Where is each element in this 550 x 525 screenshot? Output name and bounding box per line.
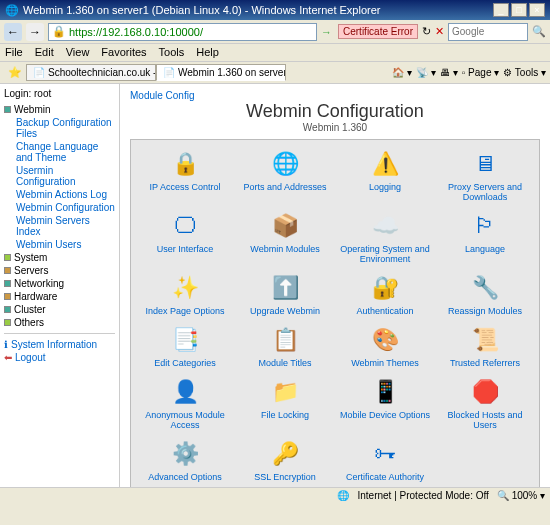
tools-menu[interactable]: ⚙ Tools ▾ (503, 67, 546, 78)
config-item-themes[interactable]: 🎨Webmin Themes (337, 322, 433, 370)
wand-icon: ✨ (169, 272, 201, 304)
cats-icon: 📑 (169, 324, 201, 356)
config-item-globe[interactable]: 🌐Ports and Addresses (237, 146, 333, 204)
wrench-icon: 🔧 (469, 272, 501, 304)
titles-icon: 📋 (269, 324, 301, 356)
config-item-mobile[interactable]: 📱Mobile Device Options (337, 374, 433, 432)
config-item-upgrade[interactable]: ⬆️Upgrade Webmin (237, 270, 333, 318)
config-item-anon[interactable]: 👤Anonymous Module Access (137, 374, 233, 432)
sidebar: Login: root WebminBackup Configuration F… (0, 84, 120, 487)
config-item-warn[interactable]: ⚠️Logging (337, 146, 433, 204)
sidebar-category-system[interactable]: System (4, 251, 115, 264)
config-item-ssl[interactable]: 🔑SSL Encryption (237, 436, 333, 484)
search-button[interactable]: 🔍 (532, 25, 546, 38)
statusbar: 🌐 Internet | Protected Mode: Off 🔍 100% … (0, 487, 550, 503)
feeds-button[interactable]: 📡 ▾ (416, 67, 436, 78)
sidebar-category-hardware[interactable]: Hardware (4, 290, 115, 303)
proxy-icon: 🖥 (469, 148, 501, 180)
config-item-module[interactable]: 📦Webmin Modules (237, 208, 333, 266)
sidebar-item[interactable]: Webmin Actions Log (4, 188, 115, 201)
menu-file[interactable]: File (5, 46, 23, 59)
nav-toolbar: ← → 🔒 https://192.168.0.10:10000/ → Cert… (0, 20, 550, 44)
system-information-link[interactable]: ℹSystem Information (4, 338, 115, 351)
config-item-os[interactable]: ☁️Operating System and Environment (337, 208, 433, 266)
screen-icon: 🖵 (169, 210, 201, 242)
upgrade-icon: ⬆️ (269, 272, 301, 304)
sidebar-category-others[interactable]: Others (4, 316, 115, 329)
warn-icon: ⚠️ (369, 148, 401, 180)
minimize-button[interactable]: _ (493, 3, 509, 17)
category-box-icon (4, 319, 11, 326)
sidebar-category-webmin[interactable]: Webmin (4, 103, 115, 116)
home-button[interactable]: 🏠 ▾ (392, 67, 412, 78)
sidebar-item[interactable]: Usermin Configuration (4, 164, 115, 188)
config-item-lock[interactable]: 🔒IP Access Control (137, 146, 233, 204)
logout-icon: ⬅ (4, 352, 12, 363)
menu-tools[interactable]: Tools (159, 46, 185, 59)
refresh-button[interactable]: ↻ (422, 25, 431, 38)
trusted-icon: 📜 (469, 324, 501, 356)
config-item-ca[interactable]: 🗝Certificate Authority (337, 436, 433, 484)
window-title: Webmin 1.360 on server1 (Debian Linux 4.… (23, 4, 380, 16)
menu-view[interactable]: View (66, 46, 90, 59)
category-box-icon (4, 254, 11, 261)
config-item-titles[interactable]: 📋Module Titles (237, 322, 333, 370)
print-button[interactable]: 🖶 ▾ (440, 67, 458, 78)
config-item-filelock[interactable]: 📁File Locking (237, 374, 333, 432)
config-item-adv[interactable]: ⚙️Advanced Options (137, 436, 233, 484)
flag-icon: 🏳 (469, 210, 501, 242)
config-item-wand[interactable]: ✨Index Page Options (137, 270, 233, 318)
stop-button[interactable]: ✕ (435, 25, 444, 38)
menubar: File Edit View Favorites Tools Help (0, 44, 550, 62)
ie-icon: 🌐 (5, 4, 19, 17)
config-icon-grid: 🔒IP Access Control🌐Ports and Addresses⚠️… (130, 139, 540, 487)
login-info: Login: root (4, 88, 115, 99)
menu-help[interactable]: Help (196, 46, 219, 59)
back-button[interactable]: ← (4, 23, 22, 41)
auth-icon: 🔐 (369, 272, 401, 304)
menu-favorites[interactable]: Favorites (101, 46, 146, 59)
go-button[interactable]: → (321, 26, 332, 38)
tab-schooltechnician[interactable]: 📄 Schooltechnician.co.uk - Bui... (26, 64, 156, 81)
address-bar[interactable]: 🔒 https://192.168.0.10:10000/ (48, 23, 317, 41)
tab-favicon-icon: 📄 (163, 67, 175, 78)
favorites-icon[interactable]: ⭐ (4, 64, 26, 81)
mobile-icon: 📱 (369, 376, 401, 408)
sidebar-item[interactable]: Change Language and Theme (4, 140, 115, 164)
config-item-flag[interactable]: 🏳Language (437, 208, 533, 266)
config-item-auth[interactable]: 🔐Authentication (337, 270, 433, 318)
tab-webmin[interactable]: 📄 Webmin 1.360 on server... ✕ (156, 64, 286, 81)
config-item-stop[interactable]: 🛑Blocked Hosts and Users (437, 374, 533, 432)
info-icon: ℹ (4, 339, 8, 350)
category-box-icon (4, 306, 11, 313)
main-content: Module Config Webmin Configuration Webmi… (120, 84, 550, 487)
sidebar-item[interactable]: Webmin Servers Index (4, 214, 115, 238)
sidebar-item[interactable]: Webmin Configuration (4, 201, 115, 214)
sidebar-category-networking[interactable]: Networking (4, 277, 115, 290)
module-config-link[interactable]: Module Config (130, 90, 194, 101)
config-item-wrench[interactable]: 🔧Reassign Modules (437, 270, 533, 318)
menu-edit[interactable]: Edit (35, 46, 54, 59)
sidebar-item[interactable]: Webmin Users (4, 238, 115, 251)
search-input[interactable] (448, 23, 528, 41)
zoom-level[interactable]: 🔍 100% ▾ (497, 490, 545, 501)
logout-link[interactable]: ⬅Logout (4, 351, 115, 364)
forward-button[interactable]: → (26, 23, 44, 41)
lock-icon: 🔒 (52, 25, 66, 38)
category-box-icon (4, 280, 11, 287)
close-button[interactable]: × (529, 3, 545, 17)
sidebar-category-cluster[interactable]: Cluster (4, 303, 115, 316)
page-menu[interactable]: ▫ Page ▾ (462, 67, 499, 78)
config-item-cats[interactable]: 📑Edit Categories (137, 322, 233, 370)
sidebar-category-servers[interactable]: Servers (4, 264, 115, 277)
module-icon: 📦 (269, 210, 301, 242)
themes-icon: 🎨 (369, 324, 401, 356)
sidebar-item[interactable]: Backup Configuration Files (4, 116, 115, 140)
certificate-error-badge[interactable]: Certificate Error (338, 24, 418, 39)
config-item-proxy[interactable]: 🖥Proxy Servers and Downloads (437, 146, 533, 204)
config-item-trusted[interactable]: 📜Trusted Referrers (437, 322, 533, 370)
os-icon: ☁️ (369, 210, 401, 242)
maximize-button[interactable]: □ (511, 3, 527, 17)
config-item-screen[interactable]: 🖵User Interface (137, 208, 233, 266)
tabbar: ⭐ 📄 Schooltechnician.co.uk - Bui... 📄 We… (0, 62, 550, 84)
